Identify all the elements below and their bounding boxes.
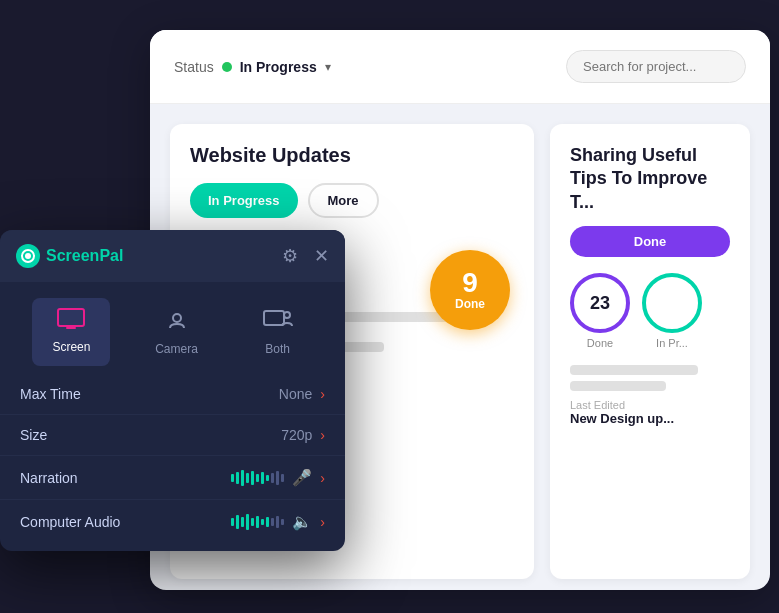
bar3 xyxy=(241,470,244,486)
more-button[interactable]: More xyxy=(308,183,379,218)
status-area: Status In Progress ▾ xyxy=(174,59,331,75)
max-time-value: None xyxy=(279,386,312,402)
status-dot xyxy=(222,62,232,72)
bar8 xyxy=(266,475,269,481)
both-icon xyxy=(263,308,293,338)
circle-inprogress-label: In Pr... xyxy=(656,337,688,349)
circle-inprogress-ring xyxy=(642,273,702,333)
bar7 xyxy=(261,472,264,484)
screen-icon xyxy=(57,308,85,336)
abar7 xyxy=(261,519,264,525)
screenpal-logo-icon xyxy=(16,244,40,268)
done-badge-number: 9 xyxy=(462,269,478,297)
max-time-chevron-icon: › xyxy=(320,386,325,402)
screenpal-panel: ScreenPal ⚙ ✕ Screen xyxy=(0,230,345,551)
size-label: Size xyxy=(20,427,281,443)
screenpal-header: ScreenPal ⚙ ✕ xyxy=(0,230,345,282)
tab-both[interactable]: Both xyxy=(243,298,313,366)
gear-icon[interactable]: ⚙ xyxy=(282,245,298,267)
svg-point-1 xyxy=(25,253,31,259)
setting-max-time[interactable]: Max Time None › xyxy=(0,374,345,415)
bar2 xyxy=(236,472,239,484)
circle-done-label: Done xyxy=(587,337,613,349)
bar11 xyxy=(281,474,284,482)
blurred-right-2 xyxy=(570,381,666,391)
status-label: Status xyxy=(174,59,214,75)
done-button[interactable]: Done xyxy=(570,226,730,257)
circle-done: 23 Done xyxy=(570,273,630,349)
tab-camera-label: Camera xyxy=(155,342,198,356)
bar1 xyxy=(231,474,234,482)
last-edited-label: Last Edited xyxy=(570,399,730,411)
svg-rect-2 xyxy=(58,309,84,326)
search-input[interactable] xyxy=(566,50,746,83)
bar9 xyxy=(271,473,274,483)
narration-audio-bars xyxy=(231,470,284,486)
speaker-icon: 🔈 xyxy=(292,512,312,531)
close-icon[interactable]: ✕ xyxy=(314,245,329,267)
card1-buttons: In Progress More xyxy=(190,183,514,218)
bar4 xyxy=(246,473,249,483)
header-icons: ⚙ ✕ xyxy=(282,245,329,267)
bar10 xyxy=(276,471,279,485)
narration-chevron-icon: › xyxy=(320,470,325,486)
status-value: In Progress xyxy=(240,59,317,75)
done-badge: 9 Done xyxy=(430,250,510,330)
tab-camera[interactable]: Camera xyxy=(135,298,218,366)
size-value: 720p xyxy=(281,427,312,443)
microphone-icon: 🎤 xyxy=(292,468,312,487)
computer-audio-bars xyxy=(231,514,284,530)
svg-point-7 xyxy=(284,312,290,318)
abar6 xyxy=(256,516,259,528)
circle-done-number: 23 xyxy=(590,293,610,314)
tab-screen[interactable]: Screen xyxy=(32,298,110,366)
svg-rect-6 xyxy=(264,311,284,325)
tab-both-label: Both xyxy=(265,342,290,356)
abar11 xyxy=(281,519,284,525)
tab-screen-label: Screen xyxy=(52,340,90,354)
screenpal-tabs: Screen Camera Both xyxy=(0,282,345,366)
size-chevron-icon: › xyxy=(320,427,325,443)
abar2 xyxy=(236,515,239,529)
circles-row: 23 Done In Pr... xyxy=(570,273,730,349)
computer-audio-chevron-icon: › xyxy=(320,514,325,530)
done-badge-label: Done xyxy=(455,297,485,311)
card2-title: Sharing Useful Tips To Improve T... xyxy=(570,144,730,214)
bar5 xyxy=(251,471,254,485)
settings-area: Max Time None › Size 720p › Narration xyxy=(0,366,345,551)
abar10 xyxy=(276,516,279,528)
setting-size[interactable]: Size 720p › xyxy=(0,415,345,456)
svg-point-5 xyxy=(173,314,181,322)
sharing-card: Sharing Useful Tips To Improve T... Done… xyxy=(550,124,750,579)
chevron-down-icon[interactable]: ▾ xyxy=(325,60,331,74)
setting-computer-audio[interactable]: Computer Audio 🔈 › xyxy=(0,500,345,543)
last-edited-value: New Design up... xyxy=(570,411,730,426)
abar3 xyxy=(241,517,244,527)
in-progress-button[interactable]: In Progress xyxy=(190,183,298,218)
screenpal-name: ScreenPal xyxy=(46,247,123,265)
abar1 xyxy=(231,518,234,526)
setting-narration[interactable]: Narration 🎤 › xyxy=(0,456,345,500)
computer-audio-label: Computer Audio xyxy=(20,514,231,530)
abar4 xyxy=(246,514,249,530)
bar6 xyxy=(256,474,259,482)
max-time-label: Max Time xyxy=(20,386,279,402)
abar8 xyxy=(266,517,269,527)
blurred-right-1 xyxy=(570,365,698,375)
circle-inprogress: In Pr... xyxy=(642,273,702,349)
abar9 xyxy=(271,518,274,526)
screenpal-name-part2: Pal xyxy=(99,247,123,264)
dashboard-header: Status In Progress ▾ xyxy=(150,30,770,104)
abar5 xyxy=(251,518,254,526)
screenpal-logo: ScreenPal xyxy=(16,244,123,268)
camera-icon xyxy=(165,308,189,338)
narration-label: Narration xyxy=(20,470,231,486)
screenpal-name-part1: Screen xyxy=(46,247,99,264)
card1-title: Website Updates xyxy=(190,144,514,167)
circle-done-ring: 23 xyxy=(570,273,630,333)
